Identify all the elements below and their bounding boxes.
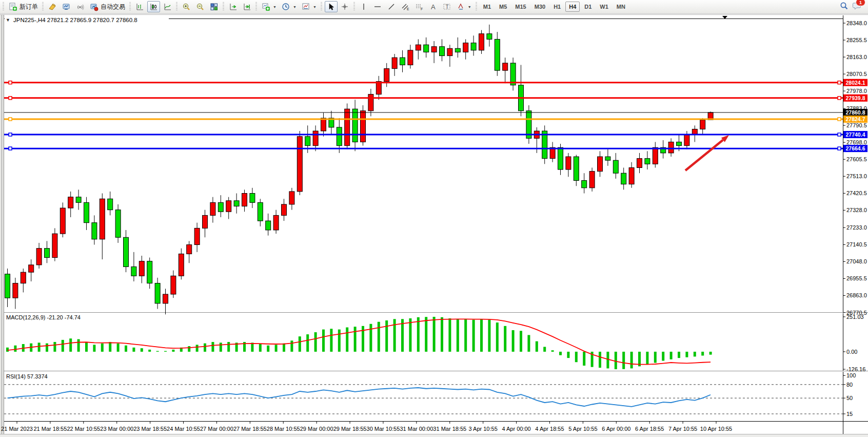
time-label: 4 Apr 18:55 xyxy=(535,426,564,432)
text-button[interactable]: A xyxy=(427,1,440,12)
crosshair-button[interactable] xyxy=(339,1,351,12)
status-bar xyxy=(0,434,868,437)
zoom-out-icon xyxy=(196,3,205,11)
autoscroll-button[interactable] xyxy=(227,1,240,12)
svg-text:28024.1: 28024.1 xyxy=(846,80,865,86)
vline-button[interactable] xyxy=(358,1,370,12)
hline-handle[interactable] xyxy=(9,81,12,84)
cursor-icon xyxy=(327,3,336,11)
hline-handle[interactable] xyxy=(9,97,12,100)
crosshair-icon xyxy=(341,3,349,11)
main-toolbar: 新订单自动交易▼▼▼EFAT▼M1M5M15M30H1H4D1W1MN1 xyxy=(0,0,868,14)
zoom-in-icon xyxy=(182,3,191,11)
notifications-button[interactable]: 1 xyxy=(853,1,862,12)
hline-button[interactable] xyxy=(371,1,384,12)
template-icon xyxy=(302,3,310,11)
dropdown-arrow-icon[interactable]: ▼ xyxy=(273,5,277,9)
hline-icon xyxy=(373,3,382,11)
mt4-terminal: { "toolbar": { "groups": [ {"items":[{"n… xyxy=(0,0,868,437)
autoscroll-icon xyxy=(229,3,238,11)
trendline-button[interactable] xyxy=(385,1,398,12)
new-chart-icon xyxy=(262,3,270,11)
signals-button[interactable] xyxy=(74,1,87,12)
editor-button[interactable] xyxy=(46,1,59,12)
autotrade-button[interactable]: 自动交易 xyxy=(88,1,127,12)
toolbar-grip xyxy=(353,2,355,11)
periods-button[interactable]: ▼ xyxy=(280,1,299,12)
svg-text:27140.5: 27140.5 xyxy=(846,241,867,248)
shapes-button[interactable]: ▼ xyxy=(455,1,474,12)
dropdown-arrow-icon[interactable]: ▼ xyxy=(293,5,297,9)
trendline-icon xyxy=(387,3,396,11)
zoom-out-button[interactable] xyxy=(194,1,207,12)
macd-label: MACD(12,26,9) -21.20 -74.74 xyxy=(6,314,81,320)
bar-chart-button[interactable] xyxy=(133,1,146,12)
timeframe-h4-button[interactable]: H4 xyxy=(565,2,580,12)
time-label: 24 Mar 10:55 xyxy=(167,426,200,432)
channel-icon: E xyxy=(401,3,410,11)
timeframe-mn-button[interactable]: MN xyxy=(613,2,629,12)
dropdown-arrow-icon[interactable]: ▼ xyxy=(468,5,471,9)
new-order-icon xyxy=(9,3,17,11)
tile-windows-button[interactable] xyxy=(208,1,221,12)
svg-text:28255.5: 28255.5 xyxy=(846,37,867,43)
toolbar-grip xyxy=(3,2,4,11)
svg-text:27420.5: 27420.5 xyxy=(846,190,867,196)
time-label: 27 Mar 00:00 xyxy=(200,426,233,432)
candle-chart-button[interactable] xyxy=(147,1,160,12)
chart-area[interactable]: 28348.028255.528163.028070.527978.027883… xyxy=(0,14,868,437)
svg-text:100: 100 xyxy=(846,372,856,378)
timeframe-m1-button[interactable]: M1 xyxy=(480,2,495,12)
time-label: 29 Mar 00:00 xyxy=(300,426,333,432)
svg-text:E: E xyxy=(407,7,409,11)
text-label-button[interactable]: T xyxy=(441,1,453,12)
ohlc-collapse-icon[interactable]: ▼ xyxy=(6,17,10,23)
time-label: 23 Mar 00:00 xyxy=(100,426,133,432)
hline-handle[interactable] xyxy=(838,118,841,121)
time-label: 3 Apr 10:55 xyxy=(469,426,498,432)
autotrade-button-label: 自动交易 xyxy=(101,3,125,11)
market-icon xyxy=(62,3,71,11)
hline-handle[interactable] xyxy=(838,133,841,136)
chart-shift-icon xyxy=(243,3,251,11)
line-chart-button[interactable] xyxy=(161,1,174,12)
zoom-in-button[interactable] xyxy=(180,1,193,12)
svg-text:27790.5: 27790.5 xyxy=(846,122,867,128)
timeframe-m30-button[interactable]: M30 xyxy=(531,2,549,12)
svg-text:27978.0: 27978.0 xyxy=(846,88,867,94)
hline-handle[interactable] xyxy=(838,147,841,150)
dropdown-arrow-icon[interactable]: ▼ xyxy=(313,5,317,9)
timeframe-d1-button[interactable]: D1 xyxy=(581,2,595,12)
toolbar-grip xyxy=(321,2,322,11)
text-icon: A xyxy=(429,3,438,11)
rsi-label: RSI(14) 57.3374 xyxy=(6,373,48,379)
hline-handle[interactable] xyxy=(9,118,12,121)
hline-handle[interactable] xyxy=(838,97,841,100)
channel-button[interactable]: E xyxy=(399,1,412,12)
svg-text:28348.0: 28348.0 xyxy=(846,20,867,26)
search-button[interactable] xyxy=(839,1,849,12)
market-button[interactable] xyxy=(60,1,73,12)
hline-handle[interactable] xyxy=(9,147,12,150)
svg-text:27605.5: 27605.5 xyxy=(846,156,867,162)
toolbar-grip xyxy=(129,2,131,11)
timeframe-m15-button[interactable]: M15 xyxy=(511,2,529,12)
hline-handle[interactable] xyxy=(9,133,12,136)
chart-shift-button[interactable] xyxy=(241,1,253,12)
svg-text:-126.16: -126.16 xyxy=(846,366,865,372)
line-chart-icon xyxy=(163,3,172,11)
hline-handle[interactable] xyxy=(838,81,841,84)
cursor-button[interactable] xyxy=(325,1,338,12)
new-chart-button[interactable]: ▼ xyxy=(260,1,279,12)
timeframe-m5-button[interactable]: M5 xyxy=(496,2,510,12)
fibonacci-button[interactable]: F xyxy=(413,1,426,12)
timeframe-h1-button[interactable]: H1 xyxy=(550,2,564,12)
templates-button[interactable]: ▼ xyxy=(300,1,319,12)
timeframe-w1-button[interactable]: W1 xyxy=(596,2,612,12)
toolbar-right-section: 1 xyxy=(839,1,867,12)
notification-badge: 1 xyxy=(856,0,865,6)
svg-text:27824.7: 27824.7 xyxy=(846,116,865,122)
new-order-button[interactable]: 新订单 xyxy=(7,1,40,12)
clock-icon xyxy=(282,3,290,11)
time-label: 30 Mar 10:55 xyxy=(367,426,400,432)
